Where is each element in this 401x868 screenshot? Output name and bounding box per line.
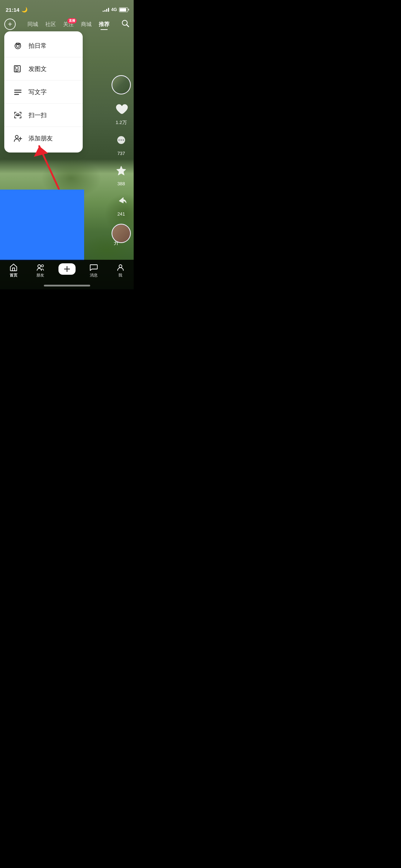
image-text-icon (13, 64, 23, 74)
scan-icon (13, 110, 23, 120)
svg-point-24 (38, 265, 41, 268)
nav-tabs: 同城 社区 关注 直播 商城 推荐 (16, 20, 121, 29)
svg-marker-23 (117, 166, 126, 175)
menu-item-photo[interactable]: 拍日常 (4, 34, 83, 57)
collect-button[interactable]: 388 (112, 162, 130, 186)
menu-item-add-friend[interactable]: 添加朋友 (4, 127, 83, 150)
svg-point-21 (120, 139, 122, 141)
like-count: 1.2万 (115, 119, 127, 126)
nav-home-label: 首页 (10, 273, 17, 278)
tab-shequ[interactable]: 社区 (42, 20, 60, 29)
nav-messages-label: 消息 (90, 273, 98, 278)
svg-point-22 (123, 139, 124, 141)
add-person-icon (13, 133, 23, 143)
comment-icon (112, 131, 130, 149)
message-icon (90, 263, 98, 271)
moon-icon: 🌙 (21, 7, 27, 12)
add-content-button[interactable]: + (4, 19, 16, 30)
menu-item-scan[interactable]: 扫一扫 (4, 104, 83, 127)
status-time: 21:14 (6, 7, 19, 13)
text-lines-icon (13, 87, 23, 97)
nav-create[interactable] (53, 263, 80, 275)
svg-point-3 (16, 45, 19, 47)
comment-button[interactable]: 737 (112, 131, 130, 156)
top-navigation: + 同城 社区 关注 直播 商城 推荐 (0, 16, 134, 33)
menu-item-write[interactable]: 写文字 (4, 81, 83, 104)
camera-icon (13, 41, 23, 51)
tab-tuijian[interactable]: 推荐 (95, 20, 113, 29)
star-icon (112, 162, 130, 180)
profile-icon (117, 263, 124, 271)
live-badge: 直播 (67, 18, 77, 24)
nav-friends[interactable]: 朋友 (27, 263, 53, 278)
tab-guanzhu[interactable]: 关注 直播 (60, 20, 77, 29)
svg-point-20 (118, 139, 120, 141)
create-plus-button[interactable] (58, 263, 76, 275)
blue-content-area (0, 190, 84, 261)
tab-shangcheng[interactable]: 商城 (77, 20, 95, 29)
share-icon (112, 192, 130, 210)
svg-point-14 (15, 135, 18, 138)
friends-icon (36, 263, 44, 271)
right-action-buttons: 1.2万 737 388 241 (112, 75, 131, 243)
like-button[interactable]: 1.2万 (112, 100, 130, 126)
svg-point-25 (41, 265, 43, 267)
menu-label-add-friend: 添加朋友 (29, 134, 53, 143)
nav-friends-label: 朋友 (36, 273, 44, 278)
second-avatar[interactable] (112, 224, 131, 243)
dropdown-menu: 拍日常 发图文 写文字 (4, 31, 83, 153)
signal-icon (103, 7, 109, 12)
share-count: 241 (117, 211, 125, 217)
svg-rect-6 (15, 67, 18, 69)
svg-point-28 (119, 265, 122, 268)
nav-messages[interactable]: 消息 (80, 263, 107, 278)
menu-label-write: 写文字 (29, 88, 47, 96)
share-button[interactable]: 241 (112, 192, 130, 217)
search-button[interactable] (121, 19, 129, 30)
menu-label-photo: 拍日常 (29, 42, 47, 50)
menu-label-image-text: 发图文 (29, 65, 47, 73)
home-icon (10, 263, 17, 271)
plus-icon: + (8, 20, 12, 29)
menu-item-image-text[interactable]: 发图文 (4, 57, 83, 81)
battery-icon (119, 7, 128, 12)
comment-count: 737 (117, 151, 125, 156)
home-indicator (44, 285, 90, 286)
svg-point-4 (20, 43, 21, 45)
heart-icon (112, 100, 130, 118)
status-icons: 4G (103, 7, 128, 12)
nav-home[interactable]: 首页 (0, 263, 27, 278)
status-bar: 21:14 🌙 4G (0, 0, 134, 16)
star-count: 388 (117, 181, 125, 186)
creator-avatar[interactable] (112, 75, 131, 94)
tab-tongcheng[interactable]: 同城 (24, 20, 42, 29)
plus-create-icon (63, 265, 71, 273)
search-icon (121, 19, 129, 27)
network-badge: 4G (111, 7, 117, 12)
menu-label-scan: 扫一扫 (29, 111, 47, 119)
svg-line-1 (127, 25, 129, 27)
nav-profile-label: 我 (118, 273, 122, 278)
nav-profile[interactable]: 我 (107, 263, 134, 278)
